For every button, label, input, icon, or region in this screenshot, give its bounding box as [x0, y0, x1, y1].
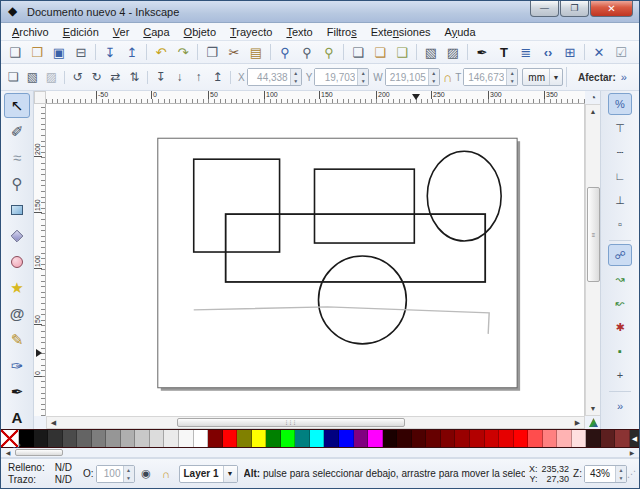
color-swatch-ffff00[interactable] — [252, 430, 267, 447]
color-swatch-5c1f1f[interactable] — [601, 430, 616, 447]
raise-to-top-button[interactable]: ↥ — [208, 68, 227, 87]
opacity-input[interactable] — [97, 466, 123, 482]
color-swatch-ff0000[interactable] — [514, 430, 529, 447]
zoom-selection-button[interactable]: ⚲ — [274, 42, 296, 62]
x-input[interactable] — [248, 69, 290, 85]
menu-extensiones[interactable]: Extensiones — [364, 25, 438, 39]
zoom-page-button[interactable]: ⚲ — [318, 42, 340, 62]
color-swatch-afafaf[interactable] — [121, 430, 136, 447]
y-input[interactable] — [315, 69, 357, 85]
unlink-clone-button[interactable]: ❑ — [391, 42, 413, 62]
snap-bbox-button[interactable]: ⊤ — [608, 117, 632, 139]
tool-rectangle[interactable] — [4, 197, 30, 222]
color-swatch-ffe0e0[interactable] — [572, 430, 587, 447]
cut-button[interactable]: ✂ — [223, 42, 245, 62]
snap-enable-button[interactable]: % — [608, 93, 632, 115]
snapbar-overflow[interactable]: » — [608, 395, 632, 417]
color-swatch-008080[interactable] — [295, 430, 310, 447]
palette-scroll-left-icon[interactable]: ◀ — [3, 448, 13, 457]
tool-node-editor[interactable]: ✐ — [4, 119, 30, 144]
width-spinner[interactable]: ▲▼ — [428, 69, 439, 85]
x-spinner[interactable]: ▲▼ — [290, 69, 301, 85]
open-document-button[interactable]: ❒ — [26, 42, 48, 62]
color-swatch-c8c8c8[interactable] — [135, 430, 150, 447]
color-swatch-191919[interactable] — [34, 430, 49, 447]
undo-button[interactable]: ↶ — [150, 42, 172, 62]
color-swatch-ffffff[interactable] — [194, 430, 209, 447]
zoom-input[interactable] — [585, 466, 615, 482]
color-swatch-f7f7f7[interactable] — [179, 430, 194, 447]
resize-grip[interactable]: ⋰ — [627, 469, 637, 479]
close-button[interactable]: ✕ — [590, 0, 633, 17]
color-swatch-323232[interactable] — [48, 430, 63, 447]
color-swatch-ff0000[interactable] — [223, 430, 238, 447]
scroll-left-icon[interactable]: ◀ — [47, 417, 60, 428]
import-button[interactable]: ↧ — [99, 42, 121, 62]
menu-ayuda[interactable]: Ayuda — [438, 25, 483, 39]
fill-stroke-indicator[interactable]: Relleno: N/D Trazo: N/D — [3, 462, 77, 485]
color-wheel-button[interactable] — [585, 416, 601, 429]
color-swatch-2b1212[interactable] — [586, 430, 601, 447]
scroll-right-icon[interactable]: ▶ — [571, 417, 584, 428]
paste-button[interactable]: ▤ — [245, 42, 267, 62]
tool-zoom[interactable]: ⚲ — [4, 171, 30, 196]
minimize-button[interactable]: — — [530, 0, 559, 17]
color-swatch-000080[interactable] — [324, 430, 339, 447]
layer-visibility-button[interactable]: ◉ — [138, 465, 155, 482]
options-overflow-icon[interactable]: » — [621, 71, 627, 83]
horizontal-scroll-thumb[interactable]: ᎒᎒᎒ — [177, 418, 405, 427]
color-swatch-ff00ff[interactable] — [368, 430, 383, 447]
vertical-ruler[interactable]: 200150100500 — [34, 104, 46, 416]
color-swatch-00ffff[interactable] — [310, 430, 325, 447]
restore-button[interactable]: ❐ — [560, 0, 589, 17]
color-swatch-808000[interactable] — [237, 430, 252, 447]
color-swatch-660000[interactable] — [426, 430, 441, 447]
color-swatch-969696[interactable] — [106, 430, 121, 447]
color-swatch-008000[interactable] — [266, 430, 281, 447]
y-spinner[interactable]: ▲▼ — [357, 69, 368, 85]
lower-to-bottom-button[interactable]: ↧ — [151, 68, 170, 87]
height-input[interactable] — [464, 69, 506, 85]
color-swatch-00ff00[interactable] — [281, 430, 296, 447]
snap-midpoints-button[interactable]: + — [608, 364, 632, 386]
snap-smooth-nodes-button[interactable]: ▪ — [608, 340, 632, 362]
snap-bbox-edges-button[interactable]: ┄ — [608, 141, 632, 163]
lower-button[interactable]: ↓ — [170, 68, 189, 87]
color-swatch-ff4d4d[interactable] — [528, 430, 543, 447]
width-input[interactable] — [386, 69, 428, 85]
snap-cusp-nodes-button[interactable]: ✱ — [608, 316, 632, 338]
tool-selector[interactable]: ↖ — [4, 93, 30, 118]
palette-scroll-right-icon[interactable]: ▶ — [627, 448, 637, 457]
group-button[interactable]: ▧ — [420, 42, 442, 62]
zoom-spinner[interactable]: ▲▼ — [615, 466, 626, 482]
menu-trayecto[interactable]: Trayecto — [223, 25, 279, 39]
vertical-scrollbar[interactable]: ▲ ≡ ▼ — [585, 104, 601, 416]
height-spinner[interactable]: ▲▼ — [506, 69, 517, 85]
color-swatch-990000[interactable] — [455, 430, 470, 447]
color-swatch-b30000[interactable] — [470, 430, 485, 447]
tool-tweak[interactable]: ≈ — [4, 145, 30, 170]
menu-archivo[interactable]: Archivo — [5, 25, 56, 39]
color-swatch-8a3333[interactable] — [615, 430, 630, 447]
layer-dropdown[interactable]: Layer 1 ▼ — [179, 465, 238, 483]
menu-ver[interactable]: Ver — [106, 25, 137, 39]
tool-ellipse[interactable] — [4, 249, 30, 274]
units-dropdown[interactable]: mm ▼ — [522, 68, 563, 86]
canvas[interactable] — [46, 104, 585, 416]
color-swatch-646464[interactable] — [77, 430, 92, 447]
zoom-drawing-button[interactable]: ⚲ — [296, 42, 318, 62]
snap-nodes-button[interactable]: ☍ — [608, 244, 632, 266]
select-all-layers-button[interactable]: ▧ — [23, 68, 42, 87]
color-swatch-4b4b4b[interactable] — [63, 430, 78, 447]
ungroup-button[interactable]: ▨ — [442, 42, 464, 62]
color-swatch-cc0000[interactable] — [485, 430, 500, 447]
deselect-button[interactable]: ▨ — [42, 68, 61, 87]
palette-overflow-arrow[interactable]: ◀ — [630, 430, 639, 447]
layer-lock-button[interactable]: ∩ — [158, 465, 175, 482]
flip-vertical-button[interactable]: ⇅ — [125, 68, 144, 87]
menu-filtros[interactable]: Filtros — [320, 25, 364, 39]
palette-scrollbar[interactable]: ◀ ▶ — [1, 448, 639, 458]
tool-spiral[interactable]: @ — [4, 301, 30, 326]
scroll-up-icon[interactable]: ▲ — [586, 105, 600, 118]
titlebar[interactable]: ◆ Documento nuevo 4 - Inkscape —❐✕ — [1, 1, 639, 23]
